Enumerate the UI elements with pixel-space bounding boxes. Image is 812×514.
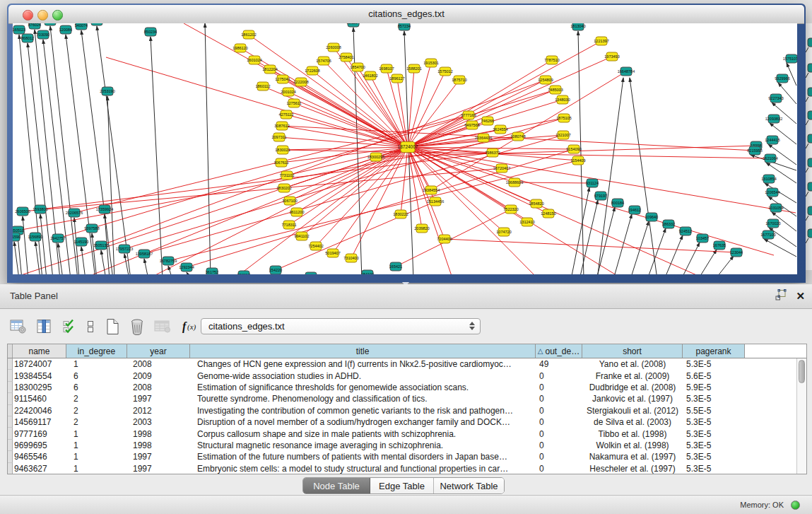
network-node[interactable]: 154220 (269, 266, 282, 274)
network-node[interactable]: 9941102 (294, 232, 309, 240)
network-canvas[interactable]: 1872400718612021986120160102418122041275… (13, 23, 797, 274)
table-row[interactable]: 1456911722003Disruption of a novel membe… (8, 416, 806, 428)
table-cell[interactable]: 1998 (127, 428, 190, 439)
network-node[interactable]: 2039820 (414, 224, 429, 233)
network-node[interactable]: 2942757 (50, 234, 65, 243)
network-node[interactable]: 1813040 (570, 23, 585, 30)
network-node[interactable]: 7731102 (279, 171, 294, 180)
network-node[interactable]: 1601024 (247, 56, 261, 64)
network-node[interactable]: 1222008 (293, 78, 308, 86)
network-node[interactable]: 3624554 (493, 125, 507, 134)
scrollbar-thumb[interactable] (799, 360, 805, 383)
network-node[interactable]: 1830021 (275, 146, 290, 154)
network-node[interactable]: 15751074 (783, 54, 797, 63)
table-cell[interactable]: 2008 (127, 382, 190, 393)
table-cell[interactable]: 5.3E-5 (683, 393, 745, 404)
table-cell[interactable]: Franke et al. (2009) (582, 370, 683, 381)
table-cell[interactable]: Genome-wide association studies in ADHD. (190, 370, 536, 381)
table-cell[interactable]: 5.3E-5 (683, 463, 745, 474)
network-node[interactable]: 18724007 (398, 142, 418, 153)
table-options-icon[interactable] (10, 317, 27, 337)
network-node[interactable]: 1915301 (423, 59, 438, 67)
table-row[interactable]: 946554611997Estimation of the future num… (8, 451, 806, 462)
network-node[interactable]: 679197 (594, 192, 607, 200)
tab-node-table[interactable]: Node Table (303, 478, 370, 493)
memory-status-icon[interactable] (791, 501, 800, 510)
network-node[interactable]: 1973493 (604, 52, 619, 61)
table-cell[interactable]: Estimation of significance thresholds fo… (190, 382, 536, 393)
row-selection-icon[interactable] (62, 317, 76, 337)
table-cell[interactable]: 1 (66, 463, 127, 474)
network-node[interactable]: 1221397 (594, 37, 608, 45)
table-cell[interactable]: 6 (66, 382, 127, 393)
table-cell[interactable]: Dudbridge et al. (2008) (582, 382, 683, 393)
network-node[interactable]: 1722608 (305, 66, 319, 75)
close-panel-icon[interactable]: ✕ (796, 290, 805, 303)
network-node[interactable]: 1206544 (765, 188, 779, 197)
table-cell[interactable]: 9699695 (13, 440, 66, 451)
network-node[interactable] (808, 88, 812, 96)
network-node[interactable]: 1574706 (316, 57, 331, 65)
table-cell[interactable]: 1 (66, 358, 127, 370)
column-header-out_de[interactable]: △out_de… (536, 344, 582, 358)
network-node[interactable]: 931124 (586, 179, 599, 187)
network-node[interactable]: 7485003 (548, 86, 563, 94)
network-node[interactable]: 800184 (611, 199, 624, 207)
network-node[interactable]: 1677100 (760, 230, 775, 239)
table-cell[interactable]: 1998 (127, 440, 190, 451)
table-cell[interactable]: 5.9E-5 (683, 382, 745, 393)
window-titlebar[interactable]: citations_edges.txt (8, 5, 804, 24)
function-builder-icon[interactable]: f(x) (180, 317, 200, 337)
network-node[interactable]: 3067611 (273, 158, 288, 167)
table-cell[interactable]: 9463627 (13, 463, 66, 474)
table-cell[interactable]: 9115460 (13, 393, 66, 404)
network-node[interactable]: 1875710 (452, 76, 466, 84)
network-node[interactable]: 1031054 (768, 204, 783, 212)
network-table-selector[interactable]: citations_edges.txt (201, 318, 481, 334)
network-node[interactable]: 7787510 (544, 56, 559, 64)
network-node[interactable]: 203112 (237, 271, 250, 274)
network-node[interactable]: 186332 (662, 220, 675, 228)
network-node[interactable]: 1896127 (389, 74, 404, 83)
network-node[interactable]: 1575012 (437, 67, 452, 76)
network-node[interactable]: 2053190 (100, 87, 114, 95)
network-node[interactable]: 1812204 (262, 65, 277, 74)
network-node[interactable]: 9154090 (566, 145, 581, 153)
table-cell[interactable]: 22420046 (13, 405, 66, 416)
network-node[interactable]: 1248150 (541, 209, 555, 218)
table-row[interactable]: 977716911998Corpus callosum shape and si… (8, 428, 806, 439)
network-node[interactable]: 1854700 (350, 63, 365, 71)
network-node[interactable]: 7310400 (343, 254, 358, 262)
table-row[interactable]: 1872400712008Changes of HCN gene express… (8, 358, 806, 370)
table-cell[interactable]: 1 (66, 451, 127, 462)
table-cell[interactable]: 6 (66, 370, 127, 381)
table-cell[interactable]: 1997 (127, 463, 190, 474)
network-node[interactable]: 3830202 (276, 184, 291, 192)
network-node[interactable]: 868012 (21, 34, 34, 42)
zoom-window-icon[interactable] (52, 10, 63, 21)
network-node[interactable]: 391590 (13, 233, 20, 241)
table-cell[interactable]: Yano et al. (2008) (582, 358, 683, 370)
network-node[interactable]: 1145190 (73, 238, 88, 246)
network-node[interactable]: 924512 (679, 227, 692, 235)
new-column-icon[interactable] (105, 317, 120, 337)
table-cell[interactable]: 49 (536, 358, 582, 370)
network-node[interactable]: 9227343 (768, 94, 783, 103)
network-node[interactable]: 165023 (13, 25, 25, 34)
network-node[interactable]: 7986372 (485, 148, 500, 157)
network-node[interactable]: 165421 (389, 262, 402, 271)
network-node[interactable]: 16648784 (618, 67, 635, 76)
network-node[interactable]: 850234 (144, 28, 157, 36)
table-cell[interactable]: 0 (536, 440, 582, 451)
network-node[interactable]: 876024 (28, 23, 41, 29)
network-node[interactable]: 1860112 (255, 82, 270, 90)
table-cell[interactable]: Tibbo et al. (1998) (582, 428, 683, 439)
network-node[interactable]: 1830222 (393, 210, 408, 218)
network-node[interactable]: 9329966 (775, 74, 789, 83)
network-node[interactable]: 857234 (398, 23, 411, 30)
table-cell[interactable]: 0 (536, 451, 582, 462)
table-row[interactable]: 946362711997Embryonic stem cells: a mode… (8, 463, 806, 474)
network-node[interactable]: 194612 (628, 206, 641, 214)
table-cell[interactable]: 5.3E-5 (683, 416, 745, 428)
network-node[interactable]: 1588201 (406, 64, 421, 73)
